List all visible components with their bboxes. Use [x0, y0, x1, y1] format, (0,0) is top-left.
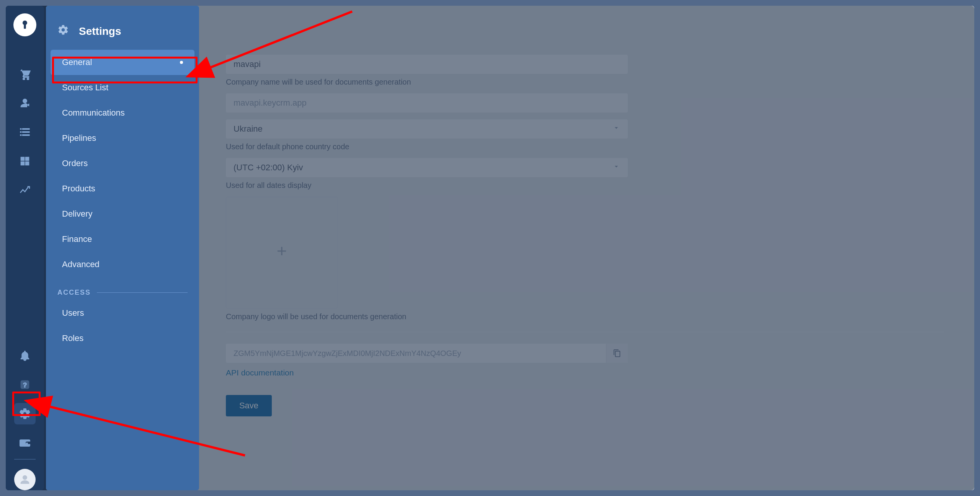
rail-wallet[interactable]	[14, 432, 36, 454]
tasks-icon	[19, 126, 31, 138]
annotation-box-settings-icon	[12, 392, 41, 416]
timezone-select[interactable]: (UTC +02:00) Kyiv	[226, 158, 628, 177]
submenu-item-label: Pipelines	[62, 133, 96, 143]
annotation-box-general	[52, 57, 198, 83]
avatar-icon	[19, 473, 31, 486]
submenu-item-advanced[interactable]: Advanced	[51, 252, 194, 277]
chevron-down-icon	[612, 163, 620, 173]
rail-cart[interactable]	[14, 63, 36, 85]
subdomain-value: mavapi.keycrm.app	[234, 98, 307, 108]
country-hint: Used for default phone country code	[226, 142, 944, 151]
country-select[interactable]: Ukraine	[226, 119, 628, 139]
copy-api-key-button[interactable]	[606, 344, 628, 363]
annotation-arrow-2	[38, 394, 253, 465]
rail-avatar[interactable]	[14, 469, 36, 490]
help-icon: ?	[19, 379, 31, 391]
country-value: Ukraine	[234, 124, 263, 134]
submenu-item-label: Advanced	[62, 259, 100, 269]
subdomain-input: mavapi.keycrm.app	[226, 93, 628, 113]
svg-text:?: ?	[23, 381, 27, 389]
copy-icon	[613, 349, 621, 357]
group-divider	[97, 292, 188, 293]
section-divider	[226, 332, 944, 332]
contacts-icon	[19, 97, 31, 109]
app-logo[interactable]	[13, 13, 36, 36]
submenu-group-access: ACCESS	[46, 277, 199, 300]
logo-upload[interactable]	[226, 197, 338, 308]
rail-contacts[interactable]	[14, 92, 36, 114]
svg-line-3	[46, 406, 245, 455]
rail-analytics[interactable]	[14, 179, 36, 201]
subdomain-field: mavapi.keycrm.app	[226, 93, 944, 113]
submenu-item-label: Delivery	[62, 209, 92, 219]
submenu-group-label: ACCESS	[57, 289, 91, 297]
plus-icon	[274, 243, 289, 262]
submenu-item-products[interactable]: Products	[51, 176, 194, 201]
country-field: Ukraine Used for default phone country c…	[226, 119, 944, 151]
submenu-item-label: Orders	[62, 158, 88, 168]
rail-inventory[interactable]	[14, 150, 36, 172]
submenu-item-delivery[interactable]: Delivery	[51, 201, 194, 227]
submenu-header: Settings	[46, 17, 199, 50]
svg-line-2	[207, 11, 352, 69]
submenu-item-orders[interactable]: Orders	[51, 151, 194, 176]
timezone-field: (UTC +02:00) Kyiv Used for all dates dis…	[226, 158, 944, 190]
submenu-item-finance[interactable]: Finance	[51, 227, 194, 252]
inventory-icon	[19, 155, 31, 167]
submenu-title: Settings	[79, 25, 121, 38]
submenu-item-users[interactable]: Users	[51, 300, 194, 326]
settings-general-form: mavapi Company name will be used for doc…	[211, 44, 959, 475]
submenu-item-roles[interactable]: Roles	[51, 326, 194, 351]
form-area: mavapi Company name will be used for doc…	[211, 44, 959, 428]
keyhole-icon	[20, 20, 30, 30]
bell-icon	[19, 349, 31, 362]
api-key-field: ZGM5YmNjMGE1MjcwYzgwZjExMDI0MjI2NDExNmY4…	[226, 344, 628, 363]
logo-hint: Company logo will be used for documents …	[226, 312, 944, 321]
submenu-item-label: Users	[62, 308, 84, 318]
timezone-hint: Used for all dates display	[226, 181, 944, 190]
rail-tasks[interactable]	[14, 121, 36, 143]
timezone-value: (UTC +02:00) Kyiv	[234, 163, 303, 173]
submenu-item-pipelines[interactable]: Pipelines	[51, 126, 194, 151]
submenu-item-label: Products	[62, 184, 95, 194]
api-documentation-link[interactable]: API documentation	[226, 368, 294, 377]
cart-icon	[19, 68, 31, 80]
submenu-item-label: Sources List	[62, 83, 108, 93]
chevron-down-icon	[612, 124, 620, 134]
wallet-icon	[19, 437, 31, 449]
api-key-value: ZGM5YmNjMGE1MjcwYzgwZjExMDI0MjI2NDExNmY4…	[234, 349, 461, 358]
rail-notifications[interactable]	[14, 345, 36, 366]
submenu-item-label: Finance	[62, 234, 92, 244]
annotation-arrow-1	[199, 8, 360, 86]
submenu-item-label: Communications	[62, 108, 125, 118]
submenu-item-communications[interactable]: Communications	[51, 100, 194, 126]
gear-icon	[57, 24, 69, 38]
analytics-icon	[19, 184, 31, 196]
submenu-item-label: Roles	[62, 333, 83, 343]
